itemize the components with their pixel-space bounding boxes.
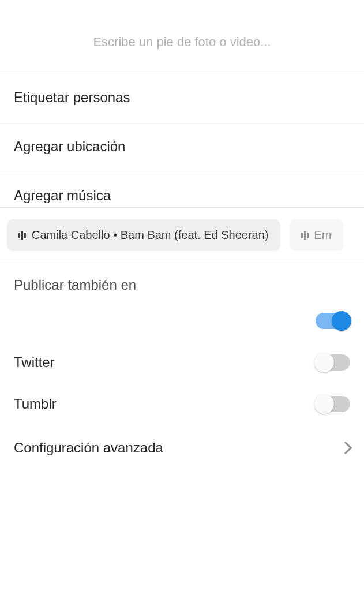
share-row-twitter: Twitter: [14, 342, 350, 383]
music-chip[interactable]: Camila Cabello • Bam Bam (feat. Ed Sheer…: [7, 219, 280, 251]
share-toggle-twitter[interactable]: [316, 354, 350, 371]
add-music-section: Agregar música: [0, 171, 364, 207]
caption-input[interactable]: [12, 35, 352, 50]
music-chip-label: Camila Cabello • Bam Bam (feat. Ed Sheer…: [32, 229, 269, 242]
share-toggle-primary[interactable]: [316, 313, 350, 329]
chevron-right-icon: [339, 442, 352, 455]
tag-people-row[interactable]: Etiquetar personas: [0, 73, 364, 122]
add-location-label: Agregar ubicación: [14, 139, 125, 154]
advanced-settings-label: Configuración avanzada: [14, 440, 163, 456]
share-row-primary: [14, 300, 350, 342]
share-row-label: Twitter: [14, 354, 55, 371]
add-location-row[interactable]: Agregar ubicación: [0, 122, 364, 171]
add-music-row[interactable]: Agregar música: [14, 188, 350, 207]
music-chip-label: Em: [314, 229, 332, 242]
tag-people-label: Etiquetar personas: [14, 89, 130, 105]
share-section-title: Publicar también en: [14, 277, 350, 293]
music-suggestions: Camila Cabello • Bam Bam (feat. Ed Sheer…: [0, 208, 364, 263]
audio-bars-icon: [301, 231, 309, 240]
toggle-knob: [314, 394, 334, 414]
music-chip[interactable]: Em: [290, 219, 343, 251]
share-row-tumblr: Tumblr: [14, 383, 350, 425]
caption-area[interactable]: [0, 0, 364, 73]
share-row-label: Tumblr: [14, 396, 57, 412]
add-music-label: Agregar música: [14, 188, 111, 203]
share-section: Publicar también en Twitter Tumblr: [0, 263, 364, 425]
toggle-knob: [314, 353, 334, 372]
advanced-settings-row[interactable]: Configuración avanzada: [0, 425, 364, 471]
audio-bars-icon: [18, 231, 26, 240]
share-toggle-tumblr[interactable]: [316, 396, 350, 412]
toggle-knob: [332, 311, 351, 331]
